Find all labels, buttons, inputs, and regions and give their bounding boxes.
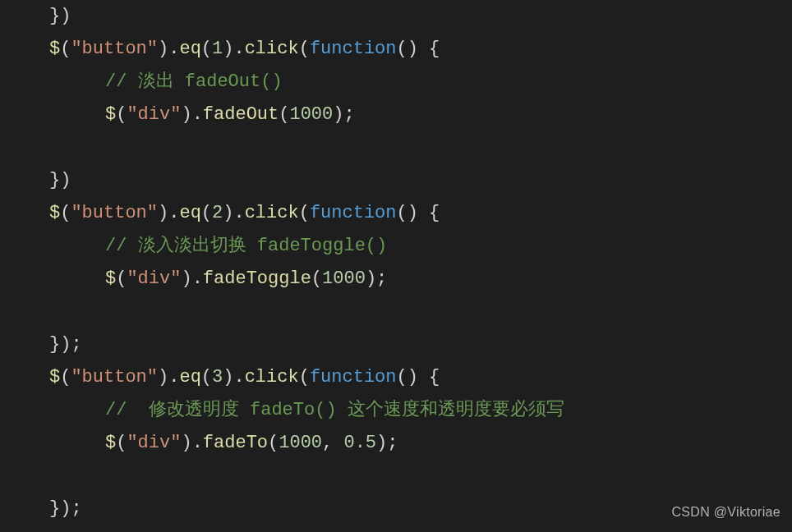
jquery-symbol: $ bbox=[49, 39, 60, 59]
number-literal: 2 bbox=[212, 203, 223, 223]
code-line: $("div").fadeToggle(1000); bbox=[49, 263, 792, 296]
paren: ) bbox=[158, 39, 168, 59]
paren: ) bbox=[223, 367, 233, 388]
string-literal: "button" bbox=[71, 203, 158, 223]
jquery-symbol: $ bbox=[49, 367, 60, 388]
paren: () { bbox=[397, 367, 440, 388]
dot: . bbox=[192, 268, 203, 289]
paren: ( bbox=[201, 367, 212, 388]
dot: . bbox=[192, 104, 203, 125]
paren: ( bbox=[60, 367, 71, 388]
method-name: fadeToggle bbox=[203, 268, 311, 289]
code-line: $("button").eq(1).click(function() { bbox=[49, 33, 792, 66]
paren: ) bbox=[223, 39, 233, 59]
method-name: eq bbox=[179, 203, 200, 223]
paren: ); bbox=[376, 433, 398, 453]
paren: ); bbox=[333, 104, 354, 125]
paren: ( bbox=[299, 203, 310, 223]
jquery-symbol: $ bbox=[105, 268, 116, 289]
comment-text: // 修改透明度 fadeTo() 这个速度和透明度要必须写 bbox=[105, 400, 564, 420]
string-literal: "button" bbox=[71, 39, 158, 59]
blank-line bbox=[49, 131, 792, 164]
blank-line bbox=[49, 296, 792, 328]
jquery-symbol: $ bbox=[105, 104, 116, 125]
jquery-symbol: $ bbox=[105, 433, 116, 453]
dot: . bbox=[168, 203, 179, 223]
paren: ( bbox=[201, 39, 212, 59]
paren: ( bbox=[116, 433, 127, 453]
method-name: fadeTo bbox=[203, 433, 268, 453]
comment-text: // 淡出 fadeOut() bbox=[105, 71, 283, 92]
dot: . bbox=[168, 39, 179, 59]
number-literal: 1 bbox=[212, 39, 223, 59]
method-name: click bbox=[245, 39, 299, 59]
number-literal: 3 bbox=[212, 367, 223, 388]
paren: ( bbox=[60, 39, 71, 59]
string-literal: "button" bbox=[71, 367, 158, 388]
method-name: click bbox=[245, 203, 299, 223]
watermark-text: CSDN @Viktoriae bbox=[672, 500, 780, 524]
method-name: eq bbox=[179, 367, 200, 388]
paren: ) bbox=[181, 433, 191, 453]
number-literal: 1000 bbox=[322, 268, 366, 289]
paren: ( bbox=[299, 367, 310, 388]
paren: ( bbox=[201, 203, 212, 223]
paren: ( bbox=[116, 268, 127, 289]
method-name: fadeOut bbox=[203, 104, 279, 125]
keyword: function bbox=[310, 39, 397, 59]
code-block: }) $("button").eq(1).click(function() { … bbox=[0, 0, 792, 526]
code-line: $("div").fadeOut(1000); bbox=[49, 99, 792, 131]
code-line: $("button").eq(2).click(function() { bbox=[49, 197, 792, 230]
dot: . bbox=[233, 39, 244, 59]
paren: ( bbox=[60, 203, 71, 223]
paren: ( bbox=[268, 433, 279, 453]
method-name: eq bbox=[179, 39, 200, 59]
number-literal: 1000 bbox=[289, 104, 333, 125]
dot: . bbox=[233, 367, 244, 388]
code-line: $("button").eq(3).click(function() { bbox=[49, 361, 792, 394]
paren: ( bbox=[279, 104, 289, 125]
dot: . bbox=[192, 433, 203, 453]
paren: ) bbox=[181, 104, 191, 125]
paren: ) bbox=[158, 203, 168, 223]
code-text: }) bbox=[49, 170, 71, 190]
string-literal: "div" bbox=[127, 104, 181, 125]
string-literal: "div" bbox=[127, 268, 181, 289]
paren: ) bbox=[158, 367, 168, 388]
paren: ) bbox=[181, 268, 191, 289]
paren: ); bbox=[366, 268, 387, 289]
dot: . bbox=[168, 367, 179, 388]
string-literal: "div" bbox=[127, 433, 181, 453]
paren: ( bbox=[299, 39, 310, 59]
comma: , bbox=[322, 433, 343, 453]
paren: ) bbox=[223, 203, 233, 223]
number-literal: 1000 bbox=[279, 433, 322, 453]
blank-line bbox=[49, 460, 792, 493]
paren: ( bbox=[116, 104, 127, 125]
paren: () { bbox=[397, 203, 440, 223]
keyword: function bbox=[310, 203, 397, 223]
paren: ( bbox=[311, 268, 322, 289]
comment-text: // 淡入淡出切换 fadeToggle() bbox=[105, 236, 387, 256]
method-name: click bbox=[245, 367, 299, 388]
code-text: }); bbox=[49, 498, 82, 519]
dot: . bbox=[233, 203, 244, 223]
code-text: }) bbox=[49, 6, 71, 26]
code-line: $("div").fadeTo(1000, 0.5); bbox=[49, 427, 792, 460]
paren: () { bbox=[397, 39, 440, 59]
jquery-symbol: $ bbox=[49, 203, 60, 223]
code-text: }); bbox=[49, 334, 82, 355]
number-literal: 0.5 bbox=[343, 433, 376, 453]
keyword: function bbox=[310, 367, 397, 388]
